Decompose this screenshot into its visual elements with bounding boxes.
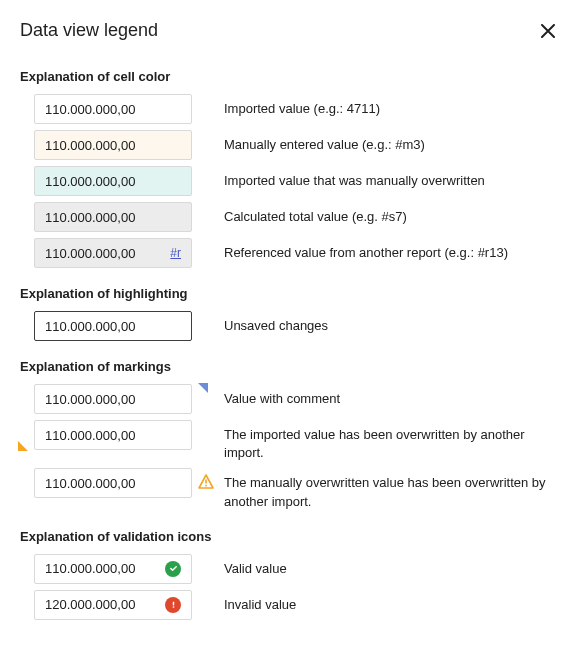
cell-value: 110.000.000,00	[45, 319, 135, 334]
legend-desc: Value with comment	[224, 384, 558, 408]
legend-row-manual-overwrite: 110.000.000,00 The manually overwritten …	[20, 468, 558, 510]
legend-cell: 110.000.000,00	[34, 468, 192, 498]
legend-cell: 110.000.000,00	[34, 554, 192, 584]
dialog-title: Data view legend	[20, 20, 158, 41]
legend-desc: The imported value has been overwritten …	[224, 420, 558, 462]
legend-row-calculated: 110.000.000,00 Calculated total value (e…	[20, 202, 558, 232]
svg-rect-0	[205, 480, 207, 484]
cell-value: 110.000.000,00	[45, 174, 135, 189]
invalid-icon	[165, 597, 181, 613]
cell-value: 110.000.000,00	[45, 246, 135, 261]
cell-value: 110.000.000,00	[45, 392, 135, 407]
legend-desc: Calculated total value (e.g. #s7)	[224, 202, 558, 226]
legend-row-comment: 110.000.000,00 Value with comment	[20, 384, 558, 414]
section-heading-markings: Explanation of markings	[20, 359, 558, 374]
svg-rect-2	[172, 602, 173, 606]
cell-value: 110.000.000,00	[45, 476, 135, 491]
dialog-header: Data view legend	[20, 20, 558, 41]
legend-cell: 110.000.000,00	[34, 94, 192, 124]
legend-desc: Invalid value	[224, 590, 558, 614]
legend-desc: Imported value (e.g.: 4711)	[224, 94, 558, 118]
legend-desc: Valid value	[224, 554, 558, 578]
legend-row-invalid: 120.000.000,00 Invalid value	[20, 590, 558, 620]
legend-row-import-overwrite: 110.000.000,00 The imported value has be…	[20, 420, 558, 462]
cell-value: 110.000.000,00	[45, 102, 135, 117]
cell-value: 120.000.000,00	[45, 597, 135, 612]
legend-cell: 110.000.000,00	[34, 130, 192, 160]
import-overwrite-marker-icon	[18, 441, 28, 451]
comment-marker-icon	[198, 383, 208, 393]
warning-icon	[198, 474, 214, 490]
legend-cell: 110.000.000,00	[34, 420, 192, 450]
cell-value: 110.000.000,00	[45, 561, 135, 576]
legend-desc: Referenced value from another report (e.…	[224, 238, 558, 262]
legend-cell: 110.000.000,00	[34, 202, 192, 232]
section-heading-validation: Explanation of validation icons	[20, 529, 558, 544]
legend-cell: 120.000.000,00	[34, 590, 192, 620]
legend-row-unsaved: 110.000.000,00 Unsaved changes	[20, 311, 558, 341]
legend-cell: 110.000.000,00 #r	[34, 238, 192, 268]
legend-row-imported: 110.000.000,00 Imported value (e.g.: 471…	[20, 94, 558, 124]
svg-rect-3	[172, 607, 173, 608]
legend-row-valid: 110.000.000,00 Valid value	[20, 554, 558, 584]
reference-link[interactable]: #r	[170, 246, 181, 260]
section-heading-highlighting: Explanation of highlighting	[20, 286, 558, 301]
legend-row-override: 110.000.000,00 Imported value that was m…	[20, 166, 558, 196]
legend-desc: Manually entered value (e.g.: #m3)	[224, 130, 558, 154]
legend-row-manual: 110.000.000,00 Manually entered value (e…	[20, 130, 558, 160]
valid-icon	[165, 561, 181, 577]
cell-value: 110.000.000,00	[45, 428, 135, 443]
legend-cell: 110.000.000,00	[34, 311, 192, 341]
legend-desc: The manually overwritten value has been …	[224, 468, 558, 510]
svg-rect-1	[205, 485, 207, 487]
legend-cell: 110.000.000,00	[34, 166, 192, 196]
cell-value: 110.000.000,00	[45, 138, 135, 153]
legend-desc: Imported value that was manually overwri…	[224, 166, 558, 190]
legend-row-referenced: 110.000.000,00 #r Referenced value from …	[20, 238, 558, 268]
close-icon[interactable]	[538, 21, 558, 41]
section-heading-cell-color: Explanation of cell color	[20, 69, 558, 84]
legend-desc: Unsaved changes	[224, 311, 558, 335]
cell-value: 110.000.000,00	[45, 210, 135, 225]
legend-cell: 110.000.000,00	[34, 384, 192, 414]
